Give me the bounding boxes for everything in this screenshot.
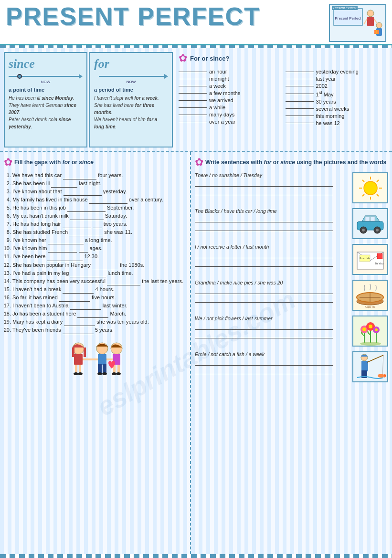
- answer-line: [195, 296, 333, 303]
- sentence-content: Grandma / make nice pies / she was 20: [195, 280, 349, 305]
- svg-line-37: [362, 180, 364, 182]
- picture-box-letter: From: Me To You: [352, 244, 388, 275]
- fill-item: this morning: [286, 113, 389, 119]
- since-title: since: [9, 57, 83, 71]
- list-item: I've krlown him ages.: [12, 244, 186, 253]
- svg-rect-20: [98, 364, 102, 373]
- svg-text:To You: To You: [375, 262, 383, 265]
- children-svg: [62, 339, 128, 387]
- list-item: We have had this car four years.: [12, 171, 186, 179]
- fill-item: he was 12: [286, 120, 389, 126]
- answer-line: [195, 332, 333, 338]
- answer-line: [195, 368, 333, 374]
- svg-text:Apple Pie: Apple Pie: [365, 305, 375, 308]
- svg-line-40: [362, 194, 364, 196]
- list-item: They've been friends 5 years.: [12, 326, 186, 334]
- sentence-item-6: Ernie / not catch a fish / a week: [195, 351, 388, 382]
- for-since-exercise: ✿ For or since? an hour midnight: [175, 48, 392, 151]
- fill-gaps-section: ✿ Fill the gaps with for or since We hav…: [0, 152, 191, 554]
- svg-line-74: [382, 355, 383, 377]
- svg-text:Present Perfect: Present Perfect: [335, 16, 361, 21]
- since-desc: a point of time: [9, 87, 83, 93]
- svg-rect-14: [75, 365, 77, 373]
- svg-point-6: [376, 22, 382, 28]
- svg-point-24: [111, 343, 122, 354]
- write-sentences-section: ✿ Write sentences with for or since usin…: [191, 152, 392, 554]
- sentence-prompt: Grandma / make nice pies / she was 20: [195, 280, 349, 285]
- sentence-item-1: There / no sunshine / Tuesday: [195, 172, 388, 203]
- svg-rect-12: [84, 347, 86, 357]
- svg-point-45: [362, 229, 365, 232]
- exercise2-title: Fill the gaps with for or since: [14, 159, 94, 166]
- picture-box-pie: Apple Pie: [352, 280, 388, 311]
- sentence-prompt: Ernie / not catch a fish / a week: [195, 351, 349, 357]
- fill-item: over a year: [179, 119, 282, 125]
- answer-line: [195, 216, 333, 222]
- since-label: NOW: [9, 80, 83, 84]
- list-item: He has been in this job September.: [12, 204, 186, 212]
- numbered-list: We have had this car four years. She has…: [4, 171, 186, 334]
- fill-item: 2002: [286, 83, 389, 89]
- answer-line: [195, 224, 333, 231]
- list-item: I've known about that yesterday.: [12, 188, 186, 196]
- flower-icon-2: ✿: [4, 156, 12, 168]
- fill-item: a week: [179, 83, 282, 89]
- list-item: I've been here 12.30.: [12, 253, 186, 261]
- header-image: Present Perfect Present Perfect: [329, 4, 386, 42]
- answer-line: [195, 252, 333, 258]
- sentence-content: There / no sunshine / Tuesday: [195, 172, 349, 197]
- sentence-prompt: I / not receive a letter / last month: [195, 244, 349, 250]
- svg-point-47: [376, 229, 379, 232]
- answer-line: [195, 359, 333, 366]
- svg-rect-52: [377, 253, 382, 259]
- for-title: for: [94, 57, 168, 71]
- list-item: Mary has kept a diary she was ten years …: [12, 318, 186, 326]
- header: PRESENT PERFECT Present Perfect Present …: [0, 0, 392, 45]
- list-item: I've had a pain in my leg lunch time.: [12, 269, 186, 277]
- fill-item: a few months: [179, 90, 282, 96]
- svg-point-67: [375, 328, 378, 331]
- list-item: She has been popular in Hungary the 1980…: [12, 261, 186, 269]
- svg-point-29: [116, 372, 121, 375]
- svg-line-38: [377, 194, 379, 196]
- answer-line: [195, 287, 333, 294]
- list-item: I haven't had a break 4 hours.: [12, 285, 186, 294]
- picture-box-sunshine: [352, 172, 388, 203]
- svg-point-17: [78, 372, 83, 375]
- sentence-content: I / not receive a letter / last month: [195, 244, 349, 269]
- sentence-content: Ernie / not catch a fish / a week: [195, 351, 349, 376]
- sentence-content: The Blacks / have this car / long time: [195, 208, 349, 233]
- svg-point-28: [112, 372, 117, 375]
- svg-rect-43: [371, 217, 375, 221]
- svg-rect-19: [98, 354, 106, 365]
- list-item: She has studied French she was 11.: [12, 228, 186, 236]
- sentence-prompt: We / not pick flowers / last summer: [195, 316, 349, 321]
- svg-point-22: [97, 372, 102, 375]
- sentence-prompt: The Blacks / have this car / long time: [195, 208, 349, 214]
- since-examples: He has been ill since Monday. They have …: [9, 95, 83, 130]
- svg-point-63: [362, 327, 366, 331]
- answer-line: [195, 260, 333, 267]
- sentence-prompt: There / no sunshine / Tuesday: [195, 172, 349, 178]
- svg-point-16: [74, 372, 78, 375]
- svg-rect-27: [117, 365, 120, 373]
- header-image-label: Present Perfect: [332, 6, 358, 10]
- svg-point-2: [367, 10, 374, 17]
- picture-box-car: [352, 208, 388, 239]
- picture-box-fish: [352, 351, 388, 382]
- list-item: I've known her a long time.: [12, 236, 186, 244]
- sentence-content: We / not pick flowers / last summer: [195, 316, 349, 340]
- svg-point-65: [369, 325, 372, 328]
- svg-rect-70: [361, 361, 368, 371]
- picture-box-flowers: [352, 316, 388, 347]
- for-box: for NOW a period of time I haven't slept…: [89, 52, 173, 147]
- list-item: My cat hasn't drunk milk Saturday.: [12, 212, 186, 220]
- svg-rect-13: [74, 354, 83, 365]
- svg-rect-21: [103, 364, 106, 373]
- exercise1-title: For or since?: [190, 55, 229, 62]
- svg-line-73: [367, 355, 383, 362]
- list-item: She has been ill last night.: [12, 179, 186, 188]
- svg-text:From: Me: From: Me: [360, 257, 370, 260]
- list-item: Jo has been a student here March.: [12, 310, 186, 318]
- sentence-item-4: Grandma / make nice pies / she was 20: [195, 280, 388, 311]
